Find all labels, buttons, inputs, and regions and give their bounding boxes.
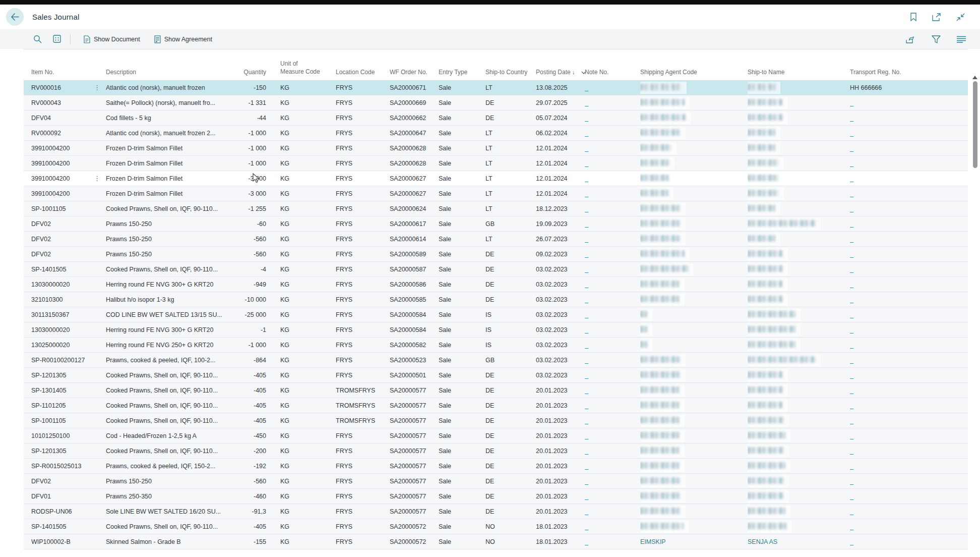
filter-icon[interactable] [932, 35, 941, 43]
cell-unit-of-measure[interactable]: KG [280, 84, 336, 91]
cell-note-no[interactable]: _ [585, 538, 640, 545]
show-agreement-button[interactable]: Show Agreement [149, 33, 217, 46]
cell-posting-date[interactable]: 20.01.2023 [536, 493, 585, 500]
cell-wf-order-no[interactable]: SA20000577 [390, 448, 439, 455]
table-row[interactable]: 10101250100Cod - Headed/Frozen 1-2,5 kg … [24, 428, 968, 443]
cell-wf-order-no[interactable]: SA20000647 [390, 130, 439, 137]
cell-wf-order-no[interactable]: SA20000572 [390, 538, 439, 545]
cell-posting-date[interactable]: 18.12.2023 [536, 205, 585, 212]
cell-description[interactable]: Prawns 250-350 [106, 493, 223, 500]
cell-item-no[interactable]: RV000043 [31, 99, 92, 106]
cell-description[interactable]: Herring round FE NVG 250+ G KRT20 [106, 342, 223, 349]
cell-unit-of-measure[interactable]: KG [280, 220, 336, 228]
cell-item-no[interactable]: DFV04 [31, 115, 92, 122]
cell-wf-order-no[interactable]: SA20000628 [390, 145, 439, 152]
cell-ship-to-name[interactable] [748, 460, 850, 472]
cell-posting-date[interactable]: 03.02.2023 [536, 266, 585, 273]
cell-wf-order-no[interactable]: SA20000587 [390, 266, 439, 273]
cell-description[interactable]: Frozen D-trim Salmon Fillet [106, 145, 223, 152]
cell-location-code[interactable]: FRYS [336, 478, 390, 485]
cell-ship-to-country[interactable]: LT [485, 175, 536, 182]
cell-entry-type[interactable]: Sale [439, 538, 485, 545]
cell-item-no[interactable]: SP-1001105 [31, 205, 92, 212]
cell-location-code[interactable]: FRYS [336, 190, 390, 197]
cell-posting-date[interactable]: 06.02.2024 [536, 130, 585, 137]
row-options-icon[interactable]: ⋮ [92, 175, 106, 182]
cell-posting-date[interactable]: 20.01.2023 [536, 478, 585, 485]
table-row[interactable]: 30113150367COD LINE BW WET SALTED 13/15 … [24, 307, 968, 322]
cell-unit-of-measure[interactable]: KG [280, 417, 336, 424]
cell-transport-reg-no[interactable]: _ [850, 432, 937, 439]
cell-entry-type[interactable]: Sale [439, 190, 485, 197]
cell-ship-to-name[interactable] [748, 475, 850, 487]
cell-shipping-agent-code[interactable]: EIMSKIP [640, 538, 748, 545]
cell-quantity[interactable]: -1 000 [223, 130, 270, 137]
cell-wf-order-no[interactable]: SA20000617 [390, 220, 439, 228]
cell-quantity[interactable]: -864 [223, 357, 270, 364]
cell-unit-of-measure[interactable]: KG [280, 236, 336, 243]
cell-entry-type[interactable]: Sale [439, 448, 485, 455]
cell-ship-to-name[interactable] [748, 369, 850, 381]
cell-entry-type[interactable]: Sale [439, 311, 485, 318]
cell-location-code[interactable]: FRYS [336, 115, 390, 122]
cell-entry-type[interactable]: Sale [439, 130, 485, 137]
cell-entry-type[interactable]: Sale [439, 251, 485, 258]
cell-location-code[interactable]: FRYS [336, 372, 390, 379]
cell-ship-to-name[interactable] [748, 339, 850, 351]
cell-ship-to-country[interactable]: DE [485, 296, 536, 303]
cell-note-no[interactable]: _ [585, 372, 640, 379]
cell-quantity[interactable]: -155 [223, 538, 270, 545]
cell-ship-to-name[interactable] [748, 294, 850, 306]
cell-ship-to-name[interactable] [748, 173, 850, 185]
back-button[interactable] [6, 8, 24, 26]
column-header-ship-to-country[interactable]: Ship-to Country [485, 69, 536, 76]
cell-shipping-agent-code[interactable] [640, 430, 748, 442]
cell-description[interactable]: Prawns 150-250 [106, 251, 223, 258]
cell-unit-of-measure[interactable]: KG [280, 99, 336, 106]
row-options-icon[interactable]: ⋮ [92, 84, 106, 91]
column-header-posting-date[interactable]: Posting Date ↓ [536, 69, 585, 76]
cell-transport-reg-no[interactable]: _ [850, 175, 937, 182]
cell-location-code[interactable]: FRYS [336, 463, 390, 470]
cell-entry-type[interactable]: Sale [439, 523, 485, 530]
open-in-new-window-icon[interactable] [932, 13, 941, 21]
cell-note-no[interactable]: _ [585, 190, 640, 197]
cell-transport-reg-no[interactable]: _ [850, 523, 937, 530]
cell-description[interactable]: Prawns 150-250 [106, 478, 223, 485]
table-row[interactable]: DFV02Prawns 150-250-560KGFRYSSA20000577S… [24, 474, 968, 489]
cell-description[interactable]: Cooked Prawns, Shell on, IQF, 90-110... [106, 402, 223, 409]
cell-unit-of-measure[interactable]: KG [280, 402, 336, 409]
cell-unit-of-measure[interactable]: KG [280, 251, 336, 258]
cell-transport-reg-no[interactable]: _ [850, 236, 937, 243]
cell-wf-order-no[interactable]: SA20000627 [390, 175, 439, 182]
cell-unit-of-measure[interactable]: KG [280, 175, 336, 182]
cell-item-no[interactable]: DFV01 [31, 493, 92, 500]
column-header-location-code[interactable]: Location Code [336, 69, 390, 76]
cell-ship-to-name[interactable] [748, 506, 850, 518]
search-icon[interactable] [33, 35, 42, 43]
cell-description[interactable]: Frozen D-trim Salmon Fillet [106, 175, 223, 182]
cell-entry-type[interactable]: Sale [439, 387, 485, 394]
cell-location-code[interactable]: FRYS [336, 326, 390, 333]
show-document-button[interactable]: Show Document [79, 33, 145, 46]
cell-ship-to-country[interactable]: DE [485, 115, 536, 122]
cell-unit-of-measure[interactable]: KG [280, 145, 336, 152]
cell-item-no[interactable]: SP-1201305 [31, 448, 92, 455]
cell-ship-to-name[interactable] [748, 248, 850, 260]
cell-transport-reg-no[interactable]: _ [850, 296, 937, 303]
cell-shipping-agent-code[interactable] [640, 112, 748, 124]
table-row[interactable]: SP-1401505Cooked Prawns, Shell on, IQF, … [24, 519, 968, 534]
cell-ship-to-name[interactable] [748, 218, 850, 230]
cell-note-no[interactable]: _ [585, 326, 640, 333]
cell-quantity[interactable]: -1 331 [223, 99, 270, 106]
cell-posting-date[interactable]: 26.07.2023 [536, 236, 585, 243]
cell-ship-to-name[interactable] [748, 97, 850, 109]
cell-ship-to-name[interactable] [748, 203, 850, 215]
cell-unit-of-measure[interactable]: KG [280, 508, 336, 515]
cell-entry-type[interactable]: Sale [439, 281, 485, 288]
table-row[interactable]: DFV01Prawns 250-350-460KGFRYSSA20000577S… [24, 489, 968, 504]
cell-shipping-agent-code[interactable] [640, 294, 748, 306]
cell-ship-to-name[interactable] [748, 490, 850, 503]
cell-ship-to-country[interactable]: LT [485, 145, 536, 152]
cell-note-no[interactable]: _ [585, 387, 640, 394]
